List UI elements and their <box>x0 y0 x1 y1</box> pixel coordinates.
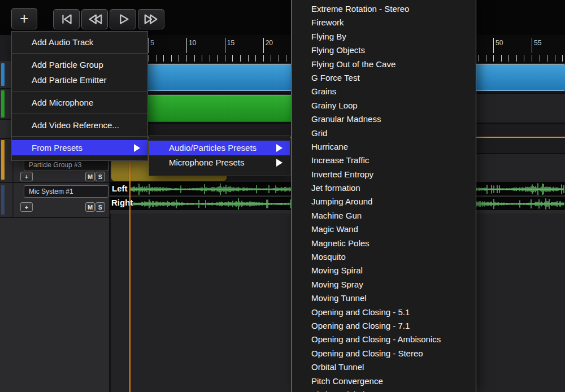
fast-forward-icon <box>142 11 160 28</box>
ruler-minor-tick <box>516 55 517 62</box>
preset-item-pitch-modulation[interactable]: Pitch Modulation <box>292 388 476 392</box>
particle-solo-button[interactable]: S <box>95 172 105 181</box>
submenu-item-audio-particles-presets[interactable]: Audio/Particles Presets <box>149 141 290 155</box>
add-track-button[interactable]: + <box>11 8 37 29</box>
preset-item-increase-traffic[interactable]: Increase Traffic <box>292 154 476 167</box>
menu-item-label: Audio/Particles Presets <box>169 143 257 153</box>
rewind-button[interactable] <box>81 9 108 29</box>
mic-add-button[interactable]: + <box>20 202 33 212</box>
menu-divider <box>12 136 147 137</box>
track-color-tab-particle-group <box>1 140 5 180</box>
ruler-major-tick <box>263 38 264 53</box>
particle-add-button[interactable]: + <box>20 172 33 181</box>
track-color-tab-audio-2 <box>1 90 5 117</box>
ruler-minor-tick <box>225 55 225 62</box>
ruler-minor-tick <box>540 55 540 62</box>
menu-item-add-audio-track[interactable]: Add Audio Track <box>12 34 147 50</box>
ruler-tick-label: 55 <box>534 39 541 47</box>
mic-solo-button[interactable]: S <box>95 202 105 212</box>
preset-item-moving-spray[interactable]: Moving Spray <box>292 278 476 291</box>
skip-to-start-icon <box>58 11 75 28</box>
menu-item-label: Add Particle Emitter <box>32 75 107 85</box>
preset-item-inverted-entropy[interactable]: Inverted Entropy <box>292 168 476 181</box>
ruler-minor-tick <box>148 55 149 62</box>
preset-item-opening-and-closing-7-1[interactable]: Opening and Closing - 7.1 <box>292 319 476 333</box>
ruler-minor-tick <box>156 55 157 62</box>
preset-item-jumping-around[interactable]: Jumping Around <box>292 195 476 208</box>
ruler-minor-tick <box>232 55 233 62</box>
preset-item-grains[interactable]: Grains <box>292 85 476 98</box>
ruler-minor-tick <box>286 55 286 62</box>
preset-item-granular-madness[interactable]: Granular Madness <box>292 112 476 126</box>
preset-item-pitch-convergence[interactable]: Pitch Convergence <box>292 374 476 388</box>
ruler-minor-tick <box>501 55 502 62</box>
preset-item-flying-out-of-the-cave[interactable]: Flying Out of the Cave <box>292 58 476 71</box>
preset-item-mosquito[interactable]: Mosquito <box>292 250 476 264</box>
ruler-minor-tick <box>562 55 563 62</box>
preset-item-extreme-rotation-stereo[interactable]: Extreme Rotation - Stereo <box>292 2 476 16</box>
menu-item-add-video-reference[interactable]: Add Video Reference... <box>12 117 147 133</box>
menu-divider <box>12 91 147 92</box>
preset-item-grid[interactable]: Grid <box>292 127 476 140</box>
fast-forward-button[interactable] <box>138 9 164 29</box>
menu-item-label: Add Microphone <box>32 98 93 107</box>
menu-item-from-presets[interactable]: From Presets <box>12 140 147 155</box>
track-row-separator <box>0 217 109 218</box>
ruler-tick-label: 50 <box>496 39 503 47</box>
ruler-minor-tick <box>493 55 494 62</box>
menu-divider <box>12 114 147 114</box>
preset-item-g-force-test[interactable]: G Force Test <box>292 71 476 85</box>
preset-item-flying-by[interactable]: Flying By <box>292 30 476 43</box>
ruler-tick-label: 5 <box>150 39 154 47</box>
preset-item-grainy-loop[interactable]: Grainy Loop <box>292 99 476 112</box>
ruler-minor-tick <box>547 55 547 62</box>
play-button[interactable] <box>110 9 136 29</box>
skip-to-start-button[interactable] <box>53 9 80 29</box>
add-context-menu: Add Audio TrackAdd Particle GroupAdd Par… <box>11 31 148 161</box>
ruler-tick-label: 10 <box>189 39 196 47</box>
menu-item-add-particle-group[interactable]: Add Particle Group <box>12 57 147 72</box>
particle-mute-button[interactable]: M <box>85 172 95 181</box>
play-icon <box>115 11 132 28</box>
preset-item-firework[interactable]: Firework <box>292 16 476 29</box>
preset-item-magic-wand[interactable]: Magic Wand <box>292 223 476 236</box>
ruler-minor-tick <box>210 55 210 62</box>
ruler-minor-tick <box>555 55 555 62</box>
mic-mute-button[interactable]: M <box>85 202 95 212</box>
from-presets-submenu: Audio/Particles PresetsMicrophone Preset… <box>149 136 290 176</box>
presets-list-menu: Extreme Rotation - StereoFireworkFlying … <box>291 0 476 392</box>
preset-item-jet-formation[interactable]: Jet formation <box>292 181 476 195</box>
preset-item-flying-objects[interactable]: Flying Objects <box>292 43 476 57</box>
menu-item-add-microphone[interactable]: Add Microphone <box>12 95 147 110</box>
preset-item-machine-gun[interactable]: Machine Gun <box>292 209 476 223</box>
track-name-mic[interactable]: Mic System #1 <box>24 185 108 198</box>
ruler-minor-tick <box>478 55 479 62</box>
submenu-arrow-icon <box>276 144 282 152</box>
menu-item-add-particle-emitter[interactable]: Add Particle Emitter <box>12 72 147 88</box>
ruler-minor-tick <box>194 55 195 62</box>
menu-item-label: Add Audio Track <box>32 37 93 47</box>
preset-item-moving-tunnel[interactable]: Moving Tunnel <box>292 291 476 305</box>
ruler-minor-tick <box>486 55 486 62</box>
preset-item-hurricane[interactable]: Hurricane <box>292 140 476 154</box>
preset-item-orbital-tunnel[interactable]: Orbital Tunnel <box>292 360 476 374</box>
preset-item-opening-and-closing-5-1[interactable]: Opening and Closing - 5.1 <box>292 306 476 319</box>
ruler-tick-label: 20 <box>266 39 273 47</box>
preset-item-moving-spiral[interactable]: Moving Spiral <box>292 264 476 277</box>
preset-item-magnetic-poles[interactable]: Magnetic Poles <box>292 237 476 250</box>
submenu-item-microphone-presets[interactable]: Microphone Presets <box>149 155 290 170</box>
ruler-minor-tick <box>179 55 179 62</box>
rewind-icon <box>86 11 104 28</box>
ruler-minor-tick <box>202 55 202 62</box>
ruler-minor-tick <box>279 55 279 62</box>
menu-item-label: Add Video Reference... <box>32 120 119 130</box>
ruler-minor-tick <box>248 55 249 62</box>
ruler-major-tick <box>186 38 187 53</box>
ruler-minor-tick <box>524 55 524 62</box>
preset-item-opening-and-closing-stereo[interactable]: Opening and Closing - Stereo <box>292 347 476 360</box>
ruler-minor-tick <box>163 55 164 62</box>
preset-item-opening-and-closing-ambisonics[interactable]: Opening and Closing - Ambisonics <box>292 333 476 346</box>
ruler-major-tick <box>493 38 494 53</box>
menu-divider <box>12 53 147 54</box>
ruler-tick-label: 15 <box>227 39 234 47</box>
